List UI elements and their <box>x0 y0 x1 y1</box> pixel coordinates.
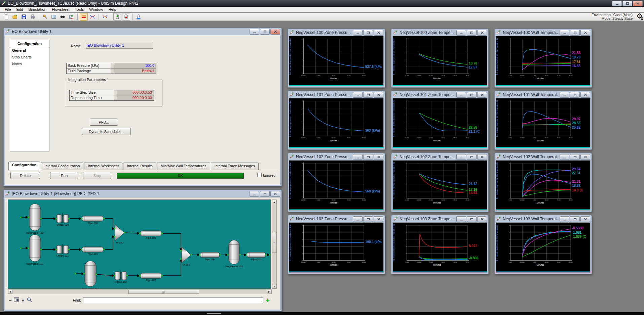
close-button[interactable] <box>374 30 383 36</box>
minimize-button[interactable] <box>560 92 569 98</box>
stream-line[interactable] <box>104 237 115 250</box>
maximize-button[interactable] <box>467 154 477 160</box>
zoom-in-button[interactable]: + <box>22 298 24 303</box>
connection-port[interactable] <box>75 273 76 274</box>
minimize-button[interactable] <box>560 30 569 36</box>
connection-port[interactable] <box>239 254 241 256</box>
run-button[interactable]: Run <box>50 172 78 179</box>
minimize-button[interactable] <box>560 154 569 160</box>
connection-port[interactable] <box>20 217 22 218</box>
tab-internal-results[interactable]: Internal Results <box>123 163 156 170</box>
close-button[interactable] <box>580 216 590 222</box>
connection-port[interactable] <box>191 254 192 256</box>
chart-window-titlebar[interactable]: NeqVessel-102 Zone Tempe... <box>391 153 488 160</box>
maximize-button[interactable] <box>570 92 580 98</box>
maximize-button[interactable] <box>570 30 580 36</box>
pipe-Pipe-103[interactable]: Pipe-103 <box>140 273 162 282</box>
connection-port[interactable] <box>20 248 22 249</box>
connection-port[interactable] <box>28 217 29 218</box>
chart-window-titlebar[interactable]: NeqVessel-103 Zone Tempe... <box>391 215 488 222</box>
minimize-button[interactable] <box>250 191 259 197</box>
connection-port[interactable] <box>139 275 141 276</box>
name-field[interactable]: EO Blowdown Utility-1 <box>86 43 153 49</box>
minimize-button[interactable] <box>250 29 259 35</box>
maximize-button[interactable] <box>363 154 373 160</box>
minimize-button[interactable] <box>456 92 466 98</box>
maximize-button[interactable] <box>570 154 580 160</box>
menu-flowsheet[interactable]: Flowsheet <box>49 7 72 12</box>
pipe-Pipe-101[interactable]: Pipe-101 <box>82 247 104 256</box>
connection-port[interactable] <box>246 254 247 256</box>
mixer-M-101[interactable]: M-101 <box>182 247 191 266</box>
connection-port[interactable] <box>83 273 85 274</box>
connection-port[interactable] <box>114 228 115 229</box>
connection-port[interactable] <box>161 233 163 234</box>
pfd-canvas[interactable]: NeqVessel-100NeqVessel-101NeqVessel-102N… <box>8 199 271 289</box>
close-button[interactable] <box>580 154 590 160</box>
minimize-button[interactable] <box>353 92 363 98</box>
orifice-Orifice-101[interactable]: Orifice-101 <box>56 244 69 257</box>
close-button[interactable] <box>374 216 383 222</box>
connection-port[interactable] <box>103 218 105 219</box>
connection-port[interactable] <box>180 250 182 252</box>
tab-configuration[interactable]: Configuration <box>8 162 40 170</box>
connection-port[interactable] <box>81 249 82 250</box>
navigator-icon[interactable] <box>67 13 75 20</box>
stream-line[interactable] <box>104 219 115 229</box>
pfd-button[interactable]: PFD... <box>90 119 118 126</box>
ignored-checkbox[interactable]: Ignored <box>257 173 275 177</box>
minimize-button[interactable] <box>353 30 363 36</box>
minimize-button[interactable] <box>456 154 466 160</box>
menu-tools[interactable]: Tools <box>72 7 86 12</box>
tab-internal-trace-messages[interactable]: Internal Trace Messages <box>211 163 259 170</box>
connection-port[interactable] <box>124 232 125 233</box>
connection-port[interactable] <box>139 233 141 234</box>
chart-window-titlebar[interactable]: NeqVessel-100 Zone Tempe... <box>391 29 488 36</box>
connection-port[interactable] <box>161 275 163 276</box>
maximize-button[interactable] <box>570 216 580 222</box>
maximize-button[interactable] <box>260 29 270 35</box>
menu-simulation[interactable]: Simulation <box>26 7 49 12</box>
orifice-Orifice-102[interactable]: Orifice-102 <box>115 270 127 283</box>
connection-port[interactable] <box>55 218 57 219</box>
tab-internal-configuration[interactable]: Internal Configuration <box>41 163 83 170</box>
connection-port[interactable] <box>126 275 128 276</box>
stop-button[interactable]: Stop <box>83 172 111 179</box>
zoom-out-button[interactable]: − <box>9 298 11 303</box>
red-status-icon[interactable] <box>122 13 130 20</box>
pipe-Pipe-100[interactable]: Pipe-100 <box>82 216 104 225</box>
magnifier-icon[interactable] <box>27 297 32 304</box>
fluid-package-icon[interactable] <box>135 13 143 20</box>
sidebar-item-general[interactable]: General <box>10 47 49 54</box>
field-value[interactable]: 000:20:0.00 <box>117 95 154 100</box>
minimize-button[interactable] <box>353 154 363 160</box>
connection-port[interactable] <box>68 249 70 250</box>
app-titlebar[interactable]: EO_Blowdown_Flowsheet_TC3a.usc (Read Onl… <box>0 0 644 7</box>
utility-window-titlebar[interactable]: EO Blowdown Utility-1 <box>4 28 281 35</box>
close-button[interactable] <box>477 216 487 222</box>
connection-port[interactable] <box>269 254 270 256</box>
chart-window-titlebar[interactable]: NeqVessel-101 Zone Pressu... <box>288 91 385 98</box>
chart-window-titlebar[interactable]: NeqVessel-102 Wall Temperat... <box>495 153 592 160</box>
vessel-NeqVessel-103[interactable]: NeqVessel-103 <box>226 240 243 268</box>
sidebar-item-notes[interactable]: Notes <box>10 60 49 67</box>
maximize-button[interactable] <box>467 92 477 98</box>
stream-line[interactable] <box>162 259 181 276</box>
active-analysis-icon[interactable] <box>80 13 88 20</box>
chart-window-titlebar[interactable]: NeqVessel-100 Zone Pressu... <box>288 29 385 36</box>
connection-port[interactable] <box>199 254 200 256</box>
connection-port[interactable] <box>180 258 182 260</box>
connection-port[interactable] <box>40 249 42 250</box>
maximize-button[interactable] <box>622 1 632 6</box>
utility-analysis-icon[interactable] <box>101 13 109 20</box>
attach-icon[interactable] <box>41 13 49 20</box>
find-input[interactable] <box>83 297 263 303</box>
connection-port[interactable] <box>114 236 115 237</box>
print-icon[interactable] <box>29 13 37 20</box>
gear-icon[interactable]: ⚙+ <box>636 12 643 20</box>
menu-help[interactable]: Help <box>106 7 119 12</box>
close-button[interactable] <box>580 30 590 36</box>
open-case-icon[interactable] <box>11 13 19 20</box>
maximize-button[interactable] <box>467 216 477 222</box>
close-button[interactable] <box>270 191 280 197</box>
